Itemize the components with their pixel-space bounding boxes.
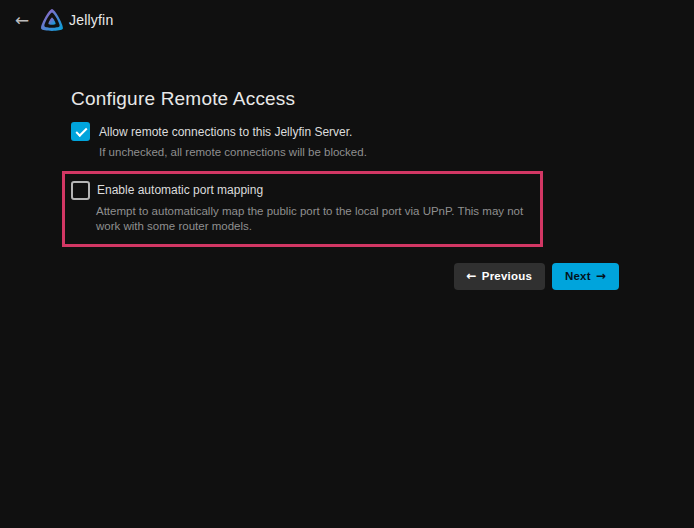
port-mapping-label: Enable automatic port mapping: [97, 183, 263, 197]
port-mapping-checkbox[interactable]: [71, 181, 90, 200]
right-arrow-icon: →: [596, 269, 606, 283]
port-mapping-highlight-box: Enable automatic port mapping Attempt to…: [62, 171, 543, 247]
port-mapping-checkbox-row[interactable]: Enable automatic port mapping: [71, 181, 532, 200]
remote-access-description: If unchecked, all remote connections wil…: [99, 145, 619, 160]
previous-button-label: Previous: [482, 270, 532, 282]
left-arrow-icon: ←: [467, 269, 477, 283]
app-brand: Jellyfin: [40, 8, 113, 32]
top-bar: ← Jellyfin: [0, 0, 694, 40]
remote-access-field: Allow remote connections to this Jellyfi…: [71, 122, 619, 160]
port-mapping-field: Enable automatic port mapping Attempt to…: [71, 181, 532, 234]
remote-access-label: Allow remote connections to this Jellyfi…: [99, 125, 352, 139]
next-button-label: Next: [565, 270, 591, 282]
port-mapping-description: Attempt to automatically map the public …: [96, 204, 532, 234]
remote-access-checkbox[interactable]: [71, 122, 90, 141]
wizard-buttons: ← Previous Next →: [71, 263, 619, 290]
next-button[interactable]: Next →: [552, 263, 619, 290]
jellyfin-logo-icon: [40, 8, 64, 32]
wizard-page: Configure Remote Access Allow remote con…: [0, 88, 694, 290]
back-button[interactable]: ←: [8, 6, 36, 34]
page-title: Configure Remote Access: [71, 88, 619, 110]
back-arrow-icon: ←: [15, 10, 29, 30]
previous-button[interactable]: ← Previous: [454, 263, 545, 290]
check-icon: [75, 125, 87, 137]
app-name: Jellyfin: [69, 12, 113, 28]
remote-access-checkbox-row[interactable]: Allow remote connections to this Jellyfi…: [71, 122, 619, 141]
